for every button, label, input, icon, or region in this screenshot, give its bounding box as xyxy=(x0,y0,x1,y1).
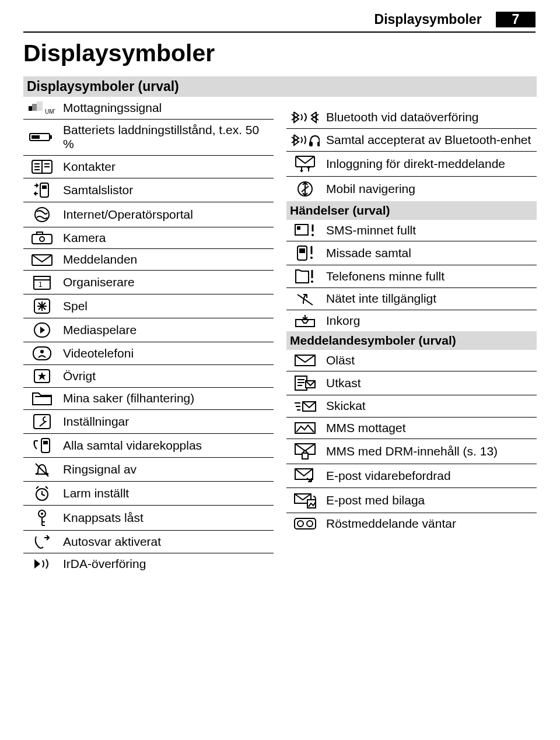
email-forward-icon xyxy=(288,468,323,484)
row-label: Autosvar aktiverat xyxy=(63,535,161,548)
svg-text:UMTS: UMTS xyxy=(45,108,55,115)
row-label: Internet/Operatörsportal xyxy=(63,208,193,221)
play-icon xyxy=(24,322,60,338)
table-row: Videotelefoni xyxy=(23,342,274,365)
icon-table-msg: Oläst Utkast Skickat xyxy=(286,350,537,534)
svg-rect-18 xyxy=(37,232,43,234)
row-label: Oläst xyxy=(326,353,355,367)
svg-rect-29 xyxy=(34,415,50,429)
navigation-icon xyxy=(288,180,323,198)
row-label: Kamera xyxy=(63,231,106,244)
table-row: Knappsats låst xyxy=(23,505,274,530)
table-row: E-post med bilaga xyxy=(286,488,537,513)
svg-rect-64 xyxy=(302,453,308,459)
video-person-icon xyxy=(24,346,60,361)
svg-point-49 xyxy=(311,280,313,283)
table-row: Skickat xyxy=(286,395,537,417)
draft-icon xyxy=(288,375,323,391)
svg-rect-37 xyxy=(317,142,320,146)
table-row: Samtalslistor xyxy=(23,178,274,202)
table-row: E-post vidarebefordrad xyxy=(286,464,537,488)
section-events: Händelser (urval) xyxy=(286,201,537,220)
svg-rect-36 xyxy=(309,142,313,146)
unread-icon xyxy=(288,354,323,367)
svg-point-35 xyxy=(41,513,43,515)
row-label: Ringsignal av xyxy=(63,462,136,476)
page-number: 7 xyxy=(509,12,523,27)
table-row: Röstmeddelande väntar xyxy=(286,513,537,535)
table-row: Mina saker (filhantering) xyxy=(23,388,274,409)
table-row: MMS med DRM-innehåll (s. 13) xyxy=(286,439,537,464)
irda-icon xyxy=(24,557,60,571)
table-row: MMS mottaget xyxy=(286,417,537,439)
table-row: Bluetooth vid dataöverföring xyxy=(286,106,537,129)
table-row: Kamera xyxy=(23,227,274,248)
svg-rect-15 xyxy=(42,185,47,189)
row-label: Mobil navigering xyxy=(326,182,415,195)
row-label: Mediaspelare xyxy=(63,323,136,336)
row-label: Kontakter xyxy=(63,160,116,173)
table-row: Inställningar xyxy=(23,409,274,433)
row-label: Alla samtal vidarekopplas xyxy=(63,439,202,452)
icon-table-events: SMS-minnet fullt Missade samtal Telefone… xyxy=(286,220,537,331)
left-column: UMTS Mottagningssignal Batteriets laddni… xyxy=(23,97,274,574)
sms-full-icon xyxy=(288,223,323,237)
row-label: SMS-minnet fullt xyxy=(326,223,416,237)
row-label: Röstmeddelande väntar xyxy=(326,517,456,530)
alarm-clock-icon xyxy=(24,485,60,501)
section-display-symbols: Displaysymboler (urval) xyxy=(23,76,537,97)
row-label: Spel xyxy=(63,299,88,313)
svg-rect-2 xyxy=(37,101,43,111)
inbox-icon xyxy=(288,314,323,328)
row-label: Övrigt xyxy=(63,369,96,383)
row-label: Samtalslistor xyxy=(63,183,133,197)
table-row: Kontakter xyxy=(23,155,274,178)
table-row: Meddelanden xyxy=(23,249,274,271)
folder-icon xyxy=(24,392,60,406)
row-label: Batteriets laddningstillstånd, t.ex. 50 … xyxy=(63,123,259,150)
missed-call-icon xyxy=(288,245,323,261)
bluetooth-data-icon xyxy=(288,110,323,125)
svg-rect-1 xyxy=(32,104,37,111)
mms-drm-icon xyxy=(288,443,323,460)
table-row: Inloggning för direkt-meddelande xyxy=(286,152,537,177)
table-row: Telefonens minne fullt xyxy=(286,265,537,288)
camera-icon xyxy=(24,231,60,245)
running-header: Displaysymboler 7 xyxy=(374,12,536,27)
row-label: IrDA-överföring xyxy=(63,557,146,570)
im-login-icon xyxy=(288,155,323,173)
globe-icon xyxy=(24,206,60,223)
email-attachment-icon xyxy=(288,492,323,509)
svg-point-69 xyxy=(298,521,303,527)
row-label: Knappsats låst xyxy=(63,511,144,524)
svg-text:1: 1 xyxy=(38,280,43,289)
row-label: Skickat xyxy=(326,399,366,412)
svg-point-16 xyxy=(35,208,49,222)
call-list-icon xyxy=(24,182,60,198)
star-box-icon xyxy=(24,369,60,384)
row-label: Missade samtal xyxy=(326,246,411,259)
svg-point-70 xyxy=(307,521,313,527)
signal-umts-icon: UMTS xyxy=(24,100,60,115)
key-icon xyxy=(24,509,60,527)
svg-rect-14 xyxy=(40,183,48,197)
svg-rect-5 xyxy=(50,135,52,139)
svg-rect-41 xyxy=(297,226,300,230)
table-row: SMS-minnet fullt xyxy=(286,220,537,241)
table-row: Mobil navigering xyxy=(286,177,537,202)
page-title: Displaysymboler xyxy=(23,0,537,67)
svg-point-43 xyxy=(312,234,314,236)
table-row: Oläst xyxy=(286,350,537,371)
page-tab: 7 xyxy=(496,12,536,27)
voicemail-icon xyxy=(288,517,323,530)
table-row: Övrigt xyxy=(23,365,274,388)
section-message-symbols: Meddelandesymboler (urval) xyxy=(286,331,537,350)
table-row: 1 Organiserare xyxy=(23,271,274,294)
games-icon xyxy=(24,298,60,314)
table-row: Mediaspelare xyxy=(23,318,274,342)
contacts-icon xyxy=(24,159,60,174)
row-label: E-post vidarebefordrad xyxy=(326,469,451,482)
table-row: Internet/Operatörsportal xyxy=(23,202,274,227)
svg-point-27 xyxy=(40,350,44,353)
table-row: Inkorg xyxy=(286,310,537,331)
